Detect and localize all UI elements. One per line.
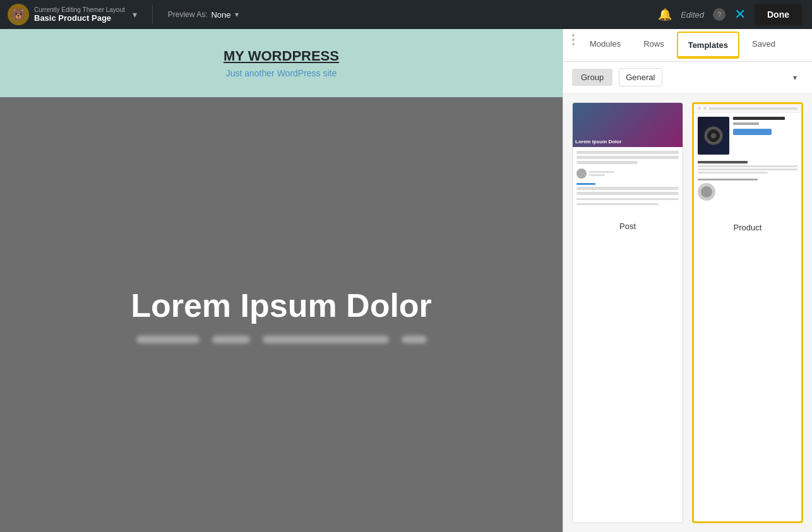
post-hero-text: Lorem Ipsum Dolor: [575, 139, 621, 145]
topbar: 🐻 Currently Editing Themer Layout Basic …: [0, 0, 812, 29]
post-thumb-body: [573, 147, 683, 209]
chevron-down-icon: ▾: [793, 73, 797, 82]
tab-modules[interactable]: Modules: [578, 29, 632, 61]
post-name-line: [589, 171, 614, 173]
product-info: [733, 117, 797, 155]
product-price-line: [733, 122, 759, 125]
post-thumbnail: Lorem Ipsum Dolor: [573, 103, 683, 216]
product-image-box: [698, 117, 729, 155]
post-date-line: [589, 174, 605, 176]
post-line-3: [576, 161, 638, 164]
vinyl-icon: [704, 126, 723, 145]
post-line-2: [576, 156, 679, 159]
product-thumb: [694, 104, 801, 218]
site-tagline: Just another WordPress site: [224, 68, 339, 78]
topbar-right: 🔔 Edited ? ✕ Done: [648, 4, 812, 25]
canvas: MY WORDPRESS Just another WordPress site…: [0, 29, 563, 532]
template-card-post[interactable]: Lorem Ipsum Dolor: [572, 102, 683, 523]
sidebar-handle[interactable]: [568, 29, 578, 61]
chevron-down-icon[interactable]: ▾: [133, 9, 137, 20]
product-desc-line-2: [698, 168, 797, 170]
page-title: Basic Product Page: [34, 13, 125, 23]
hero-title: Lorem Ipsum Dolor: [131, 287, 432, 324]
post-label: Post: [573, 216, 683, 236]
blurred-block-1: [136, 336, 200, 343]
handle-dot-1: [572, 34, 575, 37]
bell-icon[interactable]: 🔔: [658, 8, 672, 21]
hero-section: Lorem Ipsum Dolor: [0, 97, 563, 532]
blurred-block-4: [402, 336, 427, 343]
product-desc-section: [694, 158, 801, 176]
product-related-item: [698, 183, 715, 201]
editing-label: Currently Editing Themer Layout: [34, 6, 125, 13]
preview-chevron-icon[interactable]: ▾: [235, 10, 239, 19]
product-related-inner: [701, 186, 712, 198]
tab-rows[interactable]: Rows: [632, 29, 676, 61]
post-comment-line-1: [576, 198, 679, 200]
product-header-dot-1: [698, 107, 701, 110]
preview-value: None: [211, 10, 230, 20]
divider: [152, 5, 153, 24]
site-title: MY WORDPRESS: [224, 48, 339, 64]
help-icon[interactable]: ?: [713, 8, 725, 21]
product-thumbnail: [694, 104, 801, 218]
template-card-product[interactable]: Product: [692, 102, 803, 523]
product-desc-line-1: [698, 165, 797, 167]
product-desc-title: [698, 161, 748, 163]
post-avatar-lines: [589, 171, 614, 176]
product-header-dot-2: [703, 107, 707, 110]
post-line-4: [576, 187, 679, 190]
panel: Modules Rows Templates Saved Group Gener…: [563, 29, 812, 532]
topbar-left: 🐻 Currently Editing Themer Layout Basic …: [0, 4, 648, 25]
product-header: [694, 104, 801, 113]
post-avatar-row: [576, 168, 679, 179]
panel-tabs: Modules Rows Templates Saved: [563, 29, 812, 62]
general-select[interactable]: General: [619, 68, 662, 86]
post-avatar: [576, 168, 587, 179]
product-main: [694, 113, 801, 158]
close-icon[interactable]: ✕: [734, 6, 746, 23]
product-desc-line-3: [698, 172, 768, 174]
post-thumb-hero: Lorem Ipsum Dolor: [573, 103, 683, 147]
post-line-5: [576, 192, 679, 195]
topbar-titles: Currently Editing Themer Layout Basic Pr…: [34, 6, 125, 23]
blurred-block-2: [212, 336, 250, 343]
post-thumb: Lorem Ipsum Dolor: [573, 103, 683, 216]
preview-label: Preview As:: [168, 10, 208, 19]
post-comment-line-2: [576, 203, 659, 205]
product-add-to-cart-btn: [733, 129, 772, 135]
edited-status: Edited: [681, 10, 704, 20]
tab-templates[interactable]: Templates: [677, 32, 739, 59]
done-button[interactable]: Done: [755, 4, 802, 25]
general-select-wrapper: General ▾: [619, 68, 803, 86]
tab-saved[interactable]: Saved: [741, 29, 787, 61]
avatar: 🐻: [8, 4, 29, 25]
product-label: Product: [694, 218, 801, 237]
handle-dot-3: [572, 43, 575, 45]
product-related-title: [698, 179, 758, 180]
product-name-line: [733, 117, 785, 120]
group-filter-button[interactable]: Group: [572, 69, 612, 86]
post-link-line: [576, 183, 595, 185]
product-related: [694, 176, 801, 203]
templates-grid: Lorem Ipsum Dolor: [563, 93, 812, 532]
filter-section: Group General ▾: [563, 62, 812, 93]
product-desc-lines: [698, 165, 797, 174]
preview-section: Preview As: None ▾: [168, 10, 239, 20]
site-header: MY WORDPRESS Just another WordPress site: [224, 29, 339, 91]
post-line-1: [576, 151, 679, 154]
handle-dot-2: [572, 38, 575, 41]
blurred-block-3: [263, 336, 389, 343]
product-header-line: [709, 107, 797, 110]
hero-blurred-text: [136, 336, 427, 343]
